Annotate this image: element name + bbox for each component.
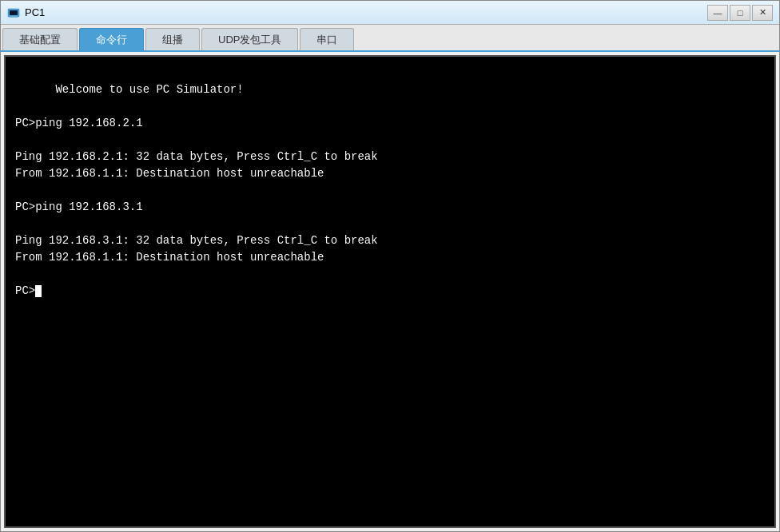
tab-serial[interactable]: 串口 xyxy=(300,28,354,50)
window-title: PC1 xyxy=(25,6,707,18)
main-window: PC1 — □ ✕ 基础配置 命令行 组播 UDP发包工具 串口 Welcome… xyxy=(0,0,780,532)
tab-bar: 基础配置 命令行 组播 UDP发包工具 串口 xyxy=(1,25,779,52)
minimize-button[interactable]: — xyxy=(707,5,728,21)
tab-cmd[interactable]: 命令行 xyxy=(79,28,144,50)
terminal-cursor xyxy=(35,285,42,297)
tab-multicast[interactable]: 组播 xyxy=(145,28,200,50)
window-icon xyxy=(7,6,20,19)
tab-basic[interactable]: 基础配置 xyxy=(2,28,78,50)
svg-rect-3 xyxy=(10,17,18,18)
maximize-button[interactable]: □ xyxy=(730,5,750,21)
tab-udp[interactable]: UDP发包工具 xyxy=(201,28,298,50)
title-bar: PC1 — □ ✕ xyxy=(1,1,779,25)
window-controls: — □ ✕ xyxy=(707,5,773,21)
terminal-area[interactable]: Welcome to use PC Simulator! PC>ping 192… xyxy=(4,55,776,528)
close-button[interactable]: ✕ xyxy=(752,5,773,21)
terminal-output: Welcome to use PC Simulator! PC>ping 192… xyxy=(15,65,765,316)
svg-rect-1 xyxy=(10,10,18,15)
